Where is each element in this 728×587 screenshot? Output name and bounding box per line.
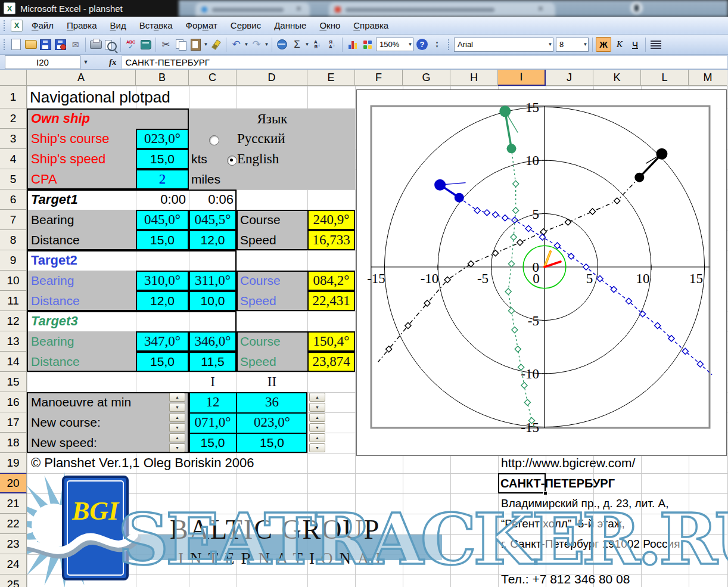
column-header-D[interactable]: D <box>237 70 307 86</box>
target-value-c[interactable]: 346,0° <box>189 331 237 352</box>
nav-plot-chart-object[interactable]: -15-10-5051015151050-5-10-15 <box>356 89 727 456</box>
own-ship-value-1[interactable]: 15,0 <box>136 149 189 169</box>
close-icon[interactable]: ✕ <box>537 4 544 13</box>
column-header-I[interactable]: I <box>498 70 546 86</box>
target-value-b[interactable]: 310,0° <box>136 271 189 291</box>
name-box[interactable]: I20 <box>5 55 80 69</box>
language-option-1[interactable]: English <box>237 149 326 169</box>
spinner-up-icon[interactable]: ▲ <box>309 413 325 422</box>
menu-item-3[interactable]: Вид <box>104 17 133 35</box>
column-header-G[interactable]: G <box>403 70 450 86</box>
open-icon[interactable] <box>24 38 38 51</box>
language-radio-русский[interactable] <box>209 135 219 145</box>
manoeuvre-value1-0[interactable]: 12 <box>189 392 237 412</box>
row-header-17[interactable]: 17 <box>0 412 27 433</box>
row-header-15[interactable]: 15 <box>0 372 27 392</box>
spinner-down-icon[interactable]: ▼ <box>309 403 325 412</box>
menu-item-2[interactable]: Правка <box>60 17 104 35</box>
spinner-up-icon[interactable]: ▲ <box>169 413 185 422</box>
redo-icon[interactable]: ↷ <box>250 38 263 51</box>
spinner-right-row2[interactable]: ▲▼ <box>309 433 325 452</box>
row-header-10[interactable]: 10 <box>0 271 27 291</box>
close-icon[interactable]: ✕ <box>295 4 302 13</box>
manoeuvre-value2-0[interactable]: 36 <box>237 392 307 412</box>
own-ship-value-2[interactable]: 2 <box>136 169 189 190</box>
manoeuvre-value1-2[interactable]: 15,0 <box>189 433 237 453</box>
column-header-E[interactable]: E <box>307 70 355 86</box>
column-header-L[interactable]: L <box>641 70 689 86</box>
bold-button[interactable]: Ж <box>596 37 611 52</box>
column-header-A[interactable]: A <box>27 70 136 86</box>
formula-input[interactable]: САНКТ-ПЕТЕРБУРГ <box>122 55 728 69</box>
autosum-dropdown-icon[interactable]: ▼ <box>304 42 310 47</box>
menu-item-8[interactable]: Окно <box>313 17 347 35</box>
manoeuvre-value2-1[interactable]: 023,0° <box>237 412 307 433</box>
row-header-14[interactable]: 14 <box>0 352 27 372</box>
print-preview-icon[interactable] <box>104 38 117 51</box>
row-header-22[interactable]: 22 <box>0 514 27 534</box>
target-value-b[interactable]: 347,0° <box>136 331 189 352</box>
sort-ascending-icon[interactable]: АЯ↓ <box>310 38 324 51</box>
autosum-icon[interactable]: Σ <box>290 38 304 51</box>
column-header-H[interactable]: H <box>450 70 498 86</box>
name-box-dropdown-icon[interactable]: ▼ <box>80 56 91 69</box>
row-header-4[interactable]: 4 <box>0 149 27 169</box>
row-header-7[interactable]: 7 <box>0 210 27 230</box>
menu-item-6[interactable]: Сервис <box>224 17 267 35</box>
paste-dropdown-icon[interactable]: ▼ <box>203 42 209 47</box>
row-header-19[interactable]: 19 <box>0 453 27 473</box>
row-header-13[interactable]: 13 <box>0 331 27 352</box>
target-value-c[interactable]: 045,5° <box>189 210 237 230</box>
target-value-b[interactable]: 045,0° <box>136 210 189 230</box>
fill-handle[interactable] <box>543 491 547 495</box>
row-header-6[interactable]: 6 <box>0 190 27 210</box>
menu-item-9[interactable]: Справка <box>347 17 395 35</box>
toolbar-options-icon[interactable]: ▾▾ <box>430 38 444 51</box>
spinner-down-icon[interactable]: ▼ <box>169 443 185 452</box>
chart-wizard-icon[interactable] <box>346 38 359 51</box>
spelling-icon[interactable]: ABC✓ <box>124 38 138 51</box>
row-header-20[interactable]: 20 <box>0 473 27 493</box>
column-header-C[interactable]: C <box>189 70 237 86</box>
spinner-down-icon[interactable]: ▼ <box>169 403 185 412</box>
sort-descending-icon[interactable]: ЯА↓ <box>325 38 339 51</box>
spinner-down-icon[interactable]: ▼ <box>309 443 325 452</box>
target-value-b[interactable]: 12,0 <box>136 291 189 311</box>
underline-button[interactable]: Ч <box>628 38 642 51</box>
column-header-F[interactable]: F <box>355 70 403 86</box>
new-document-icon[interactable] <box>9 38 23 51</box>
column-header-J[interactable]: J <box>546 70 593 86</box>
target-value-c[interactable]: 10,0 <box>189 291 237 311</box>
permission-icon[interactable] <box>54 38 67 51</box>
row-header-2[interactable]: 2 <box>0 108 27 129</box>
row-header-3[interactable]: 3 <box>0 129 27 149</box>
target-value-b[interactable]: 15,0 <box>136 352 189 372</box>
target-value-c[interactable]: 12,0 <box>189 230 237 250</box>
format-painter-icon[interactable] <box>209 38 223 51</box>
manoeuvre-value2-2[interactable]: 15,0 <box>237 433 307 453</box>
row-header-16[interactable]: 16 <box>0 392 27 412</box>
spinner-down-icon[interactable]: ▼ <box>309 423 325 432</box>
insert-hyperlink-icon[interactable] <box>275 38 289 51</box>
spinner-up-icon[interactable]: ▲ <box>309 433 325 442</box>
menu-item-5[interactable]: Формат <box>179 17 223 35</box>
spinner-right-row0[interactable]: ▲▼ <box>309 393 325 412</box>
own-ship-value-0[interactable]: 023,0° <box>136 129 189 149</box>
print-icon[interactable] <box>89 38 102 51</box>
spinner-up-icon[interactable]: ▲ <box>169 393 185 402</box>
blurred-tab-2[interactable]: ✕ <box>329 2 555 17</box>
spinner-right-row1[interactable]: ▲▼ <box>309 413 325 432</box>
save-icon[interactable] <box>39 38 52 51</box>
row-header-18[interactable]: 18 <box>0 433 27 453</box>
spinner-left-row1[interactable]: ▲▼ <box>169 413 185 432</box>
language-option-0[interactable]: Русский <box>237 129 326 149</box>
email-icon[interactable]: ✉ <box>69 38 82 51</box>
active-cell-selection[interactable] <box>498 473 546 493</box>
target-value-c[interactable]: 11,5 <box>189 352 237 372</box>
undo-dropdown-icon[interactable]: ▼ <box>244 42 249 47</box>
menu-item-4[interactable]: Вставка <box>133 17 179 35</box>
redo-dropdown-icon[interactable]: ▼ <box>264 42 269 47</box>
undo-icon[interactable]: ↶ <box>229 38 243 51</box>
paste-icon[interactable] <box>189 38 203 51</box>
row-header-8[interactable]: 8 <box>0 230 27 250</box>
